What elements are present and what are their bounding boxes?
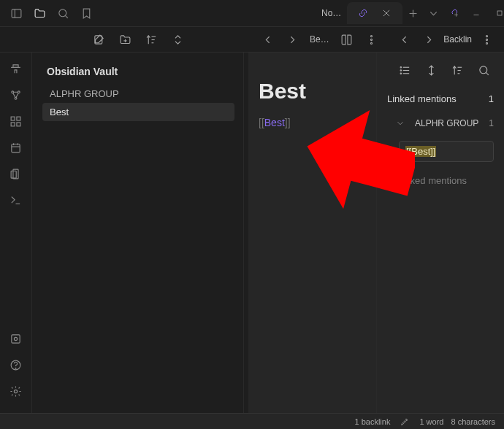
svg-point-20 xyxy=(371,35,373,36)
svg-point-28 xyxy=(15,97,17,99)
tree-item[interactable]: Best xyxy=(42,103,234,121)
svg-rect-29 xyxy=(11,117,15,120)
window-maximize[interactable] xyxy=(489,2,504,24)
svg-point-49 xyxy=(400,69,401,70)
status-backlinks[interactable]: 1 backlink xyxy=(355,417,391,426)
note-title[interactable]: Best xyxy=(259,79,366,104)
svg-point-21 xyxy=(371,39,373,40)
daily-note-icon[interactable] xyxy=(6,137,26,158)
new-tab-icon[interactable] xyxy=(402,3,423,23)
list-icon[interactable] xyxy=(394,60,415,80)
svg-rect-32 xyxy=(17,122,20,125)
collapse-icon[interactable] xyxy=(167,29,188,50)
svg-point-23 xyxy=(486,35,487,36)
svg-rect-33 xyxy=(12,144,20,152)
status-bar: 1 backlink 1 word 8 characters xyxy=(0,413,504,429)
new-note-icon[interactable] xyxy=(88,29,109,50)
svg-point-41 xyxy=(14,337,17,340)
more-icon[interactable] xyxy=(476,29,497,50)
wikilink-open: [[ xyxy=(259,117,264,128)
backlinks-tools xyxy=(377,53,504,85)
titlebar: No… xyxy=(0,0,504,26)
close-icon[interactable] xyxy=(376,3,397,23)
svg-point-44 xyxy=(14,390,17,393)
sort-icon[interactable] xyxy=(447,60,467,80)
unlinked-mentions-header[interactable]: Unlinked mentions xyxy=(387,162,494,199)
files-icon[interactable] xyxy=(29,3,50,23)
nav-forward-icon[interactable] xyxy=(419,29,439,50)
editor-pane[interactable]: Best [[Best]] xyxy=(248,53,376,413)
linked-mentions-label: Linked mentions xyxy=(387,93,457,104)
window-minimize[interactable] xyxy=(465,2,487,24)
sidebar-toggle-icon[interactable] xyxy=(6,3,26,23)
svg-point-24 xyxy=(486,39,487,40)
nav-back-icon[interactable] xyxy=(257,29,278,50)
status-chars[interactable]: 8 characters xyxy=(451,417,495,426)
svg-point-50 xyxy=(400,73,401,74)
backlinks-breadcrumb[interactable]: Backlin xyxy=(443,34,472,45)
wikilink[interactable]: Best xyxy=(264,117,285,128)
backlink-group[interactable]: ALPHR GROUP 1 xyxy=(387,107,494,139)
linked-mentions-count: 1 xyxy=(489,93,494,104)
editor-toolbar: Be… xyxy=(244,29,382,50)
expand-icon[interactable] xyxy=(421,60,441,80)
chevron-down-icon xyxy=(390,113,411,134)
svg-rect-31 xyxy=(11,122,15,125)
toolbar-secondary: Be… Backlin xyxy=(0,26,504,53)
status-words[interactable]: 1 word xyxy=(419,417,443,426)
titlebar-left xyxy=(1,3,96,23)
backlink-match[interactable]: [[Best]] xyxy=(399,141,494,162)
vault-title: Obsidian Vault xyxy=(42,61,234,85)
command-icon[interactable] xyxy=(6,190,26,210)
svg-point-26 xyxy=(12,90,14,93)
nav-back-icon[interactable] xyxy=(394,29,414,50)
tab-note[interactable]: No… xyxy=(316,2,347,24)
svg-rect-30 xyxy=(17,117,20,120)
tab-backlinks[interactable] xyxy=(347,2,402,24)
bookmark-icon[interactable] xyxy=(76,3,96,23)
reading-mode-icon[interactable] xyxy=(337,29,357,50)
editor-breadcrumb[interactable]: Be… xyxy=(307,34,332,45)
backlink-group-name: ALPHR GROUP xyxy=(415,118,478,128)
search-icon[interactable] xyxy=(53,3,73,23)
search-icon[interactable] xyxy=(473,60,494,80)
new-folder-icon[interactable] xyxy=(115,29,135,50)
canvas-icon[interactable] xyxy=(6,111,26,131)
tab-label: No… xyxy=(321,8,341,18)
svg-rect-40 xyxy=(12,334,20,342)
svg-rect-38 xyxy=(11,171,16,178)
split-add-icon[interactable] xyxy=(443,3,464,23)
tab-dropdown-icon[interactable] xyxy=(423,3,443,23)
vault-icon[interactable] xyxy=(6,328,26,349)
templates-icon[interactable] xyxy=(6,163,26,184)
quick-switcher-icon[interactable] xyxy=(6,58,26,79)
match-highlight: [[Best]] xyxy=(405,146,436,157)
ribbon xyxy=(0,53,32,413)
svg-point-55 xyxy=(479,66,486,73)
svg-line-3 xyxy=(65,15,68,18)
help-icon[interactable] xyxy=(6,355,26,375)
svg-rect-0 xyxy=(12,9,21,17)
nav-forward-icon[interactable] xyxy=(282,29,302,50)
svg-line-56 xyxy=(486,72,489,75)
svg-point-2 xyxy=(58,9,66,16)
window-controls xyxy=(443,2,504,24)
tree-item[interactable]: ALPHR GROUP xyxy=(42,85,234,103)
sort-icon[interactable] xyxy=(141,29,161,50)
note-body[interactable]: [[Best]] xyxy=(259,117,366,128)
wikilink-close: ]] xyxy=(285,117,291,128)
svg-rect-11 xyxy=(497,11,502,15)
svg-point-48 xyxy=(400,66,401,67)
graph-icon[interactable] xyxy=(6,85,26,105)
tab-strip: No… xyxy=(316,2,443,24)
more-icon[interactable] xyxy=(362,29,382,50)
svg-point-22 xyxy=(371,42,373,44)
link-icon xyxy=(353,3,373,23)
svg-point-43 xyxy=(15,368,16,368)
main: Obsidian Vault ALPHR GROUP Best Best [[B… xyxy=(0,53,504,413)
file-explorer: Obsidian Vault ALPHR GROUP Best xyxy=(32,53,244,413)
settings-icon[interactable] xyxy=(6,381,26,401)
backlinks-pane: Linked mentions 1 ALPHR GROUP 1 [[Best]]… xyxy=(376,53,504,413)
linked-mentions-header[interactable]: Linked mentions 1 xyxy=(387,90,494,107)
pencil-icon[interactable] xyxy=(397,414,412,429)
